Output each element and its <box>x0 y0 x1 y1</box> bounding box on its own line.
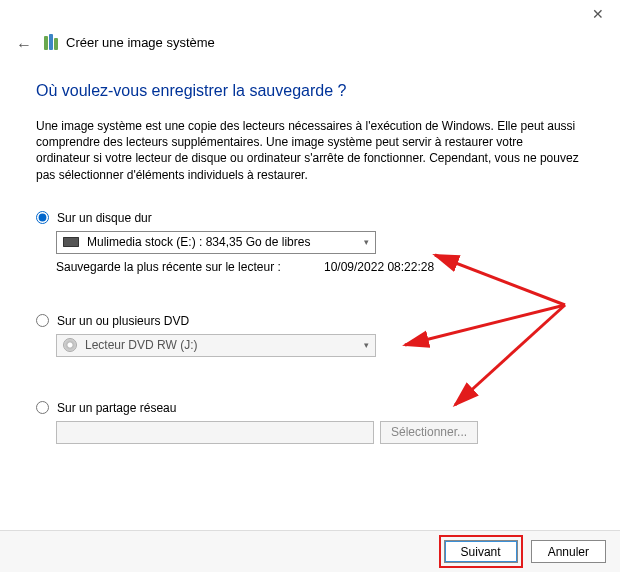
radio-hard-disk-input[interactable] <box>36 211 49 224</box>
last-backup-label: Sauvegarde la plus récente sur le lecteu… <box>56 260 324 274</box>
back-arrow-icon[interactable]: ← <box>16 36 32 54</box>
window-title: Créer une image système <box>66 35 215 50</box>
hard-disk-selected: Mulimedia stock (E:) : 834,35 Go de libr… <box>87 235 310 249</box>
disc-icon <box>63 338 77 352</box>
browse-network-button: Sélectionner... <box>380 421 478 444</box>
radio-network[interactable]: Sur un partage réseau <box>36 401 580 415</box>
network-path-input <box>56 421 374 444</box>
dvd-combo: Lecteur DVD RW (J:) ▾ <box>56 334 376 357</box>
radio-dvd[interactable]: Sur un ou plusieurs DVD <box>36 314 580 328</box>
radio-hard-disk-label: Sur un disque dur <box>57 211 152 225</box>
system-image-icon <box>44 34 60 50</box>
radio-hard-disk[interactable]: Sur un disque dur <box>36 211 580 225</box>
radio-dvd-label: Sur un ou plusieurs DVD <box>57 314 189 328</box>
last-backup-row: Sauvegarde la plus récente sur le lecteu… <box>56 260 580 274</box>
option-hard-disk: Sur un disque dur Mulimedia stock (E:) :… <box>36 211 580 274</box>
page-heading: Où voulez-vous enregistrer la sauvegarde… <box>36 82 580 100</box>
chevron-down-icon: ▾ <box>364 237 369 247</box>
next-button[interactable]: Suivant <box>444 540 518 563</box>
chevron-down-icon: ▾ <box>364 340 369 350</box>
page-description: Une image système est une copie des lect… <box>36 118 580 183</box>
radio-network-input[interactable] <box>36 401 49 414</box>
option-network: Sur un partage réseau Sélectionner... <box>36 401 580 444</box>
last-backup-value: 10/09/2022 08:22:28 <box>324 260 434 274</box>
hard-disk-combo[interactable]: Mulimedia stock (E:) : 834,35 Go de libr… <box>56 231 376 254</box>
next-button-highlight: Suivant <box>439 535 523 568</box>
option-dvd: Sur un ou plusieurs DVD Lecteur DVD RW (… <box>36 314 580 357</box>
radio-network-label: Sur un partage réseau <box>57 401 176 415</box>
cancel-button[interactable]: Annuler <box>531 540 606 563</box>
radio-dvd-input[interactable] <box>36 314 49 327</box>
hard-drive-icon <box>63 237 79 247</box>
footer: Suivant Annuler <box>0 530 620 572</box>
close-icon[interactable]: ✕ <box>586 6 610 30</box>
dvd-selected: Lecteur DVD RW (J:) <box>85 338 197 352</box>
